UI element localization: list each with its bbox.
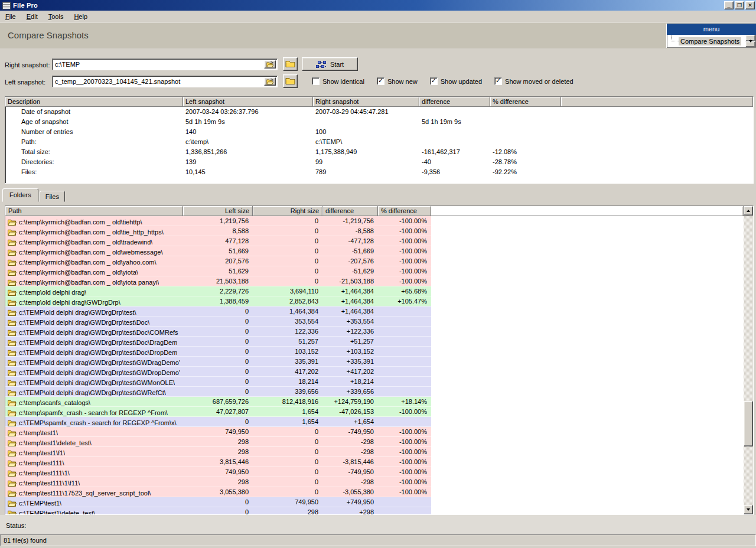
menubar-item[interactable]: File: [0, 11, 21, 22]
checkbox[interactable]: [312, 77, 320, 85]
row-left-size: 207,576: [183, 256, 253, 266]
minimize-button[interactable]: _: [724, 1, 734, 9]
close-button[interactable]: ✕: [745, 1, 755, 9]
col-pct-difference[interactable]: % difference: [378, 206, 431, 216]
open-folder-icon: [8, 480, 17, 487]
open-folder-arrow-icon: [266, 61, 274, 67]
summary-col-description[interactable]: Description: [5, 97, 183, 107]
menubar-item[interactable]: Help: [69, 11, 93, 22]
filter-option[interactable]: Show new: [377, 77, 418, 85]
col-right-size[interactable]: Right size: [253, 206, 322, 216]
table-row[interactable]: c:\TEMP\old delphi drag\GWDrgDrp\test\GW…: [5, 357, 744, 367]
folder-icon: [285, 60, 295, 68]
scroll-down-button[interactable]: [744, 505, 753, 514]
table-row[interactable]: c:\temp\scanfs_catalogs\ 687,659,726 812…: [5, 397, 744, 407]
spin-down-button[interactable]: [745, 41, 755, 48]
table-row[interactable]: c:\temp\kyrmich@badfan.com _ old\tradewi…: [5, 236, 744, 246]
table-row[interactable]: c:\TEMP\old delphi drag\GWDrgDrp\test\GW…: [5, 367, 744, 377]
checkbox[interactable]: [377, 77, 384, 85]
open-folder-arrow-icon: [266, 79, 274, 84]
table-row[interactable]: c:\TEMP\old delphi drag\GWDrgDrp\test\Do…: [5, 337, 744, 347]
row-path: c:\temp\kyrmich@badfan.com _ old\tiehttp…: [19, 218, 142, 226]
open-folder-icon: [8, 469, 17, 477]
table-row[interactable]: c:\TEMP\old delphi drag\GWDrgDrp\test\Do…: [5, 347, 744, 357]
row-right-size: 0: [253, 226, 322, 236]
table-row[interactable]: c:\temp\kyrmich@badfan.com _ old\tie_htt…: [5, 226, 744, 236]
table-row[interactable]: c:\temp\old delphi drag\GWDrgDrp\ 1,388,…: [5, 296, 744, 306]
table-row[interactable]: c:\temp\kyrmich@badfan.com _ old\yahoo.c…: [5, 256, 744, 266]
table-row[interactable]: c:\TEMP\old delphi drag\GWDrgDrp\test\Do…: [5, 327, 744, 337]
row-left-size: 2,229,726: [183, 286, 253, 296]
row-difference: -3,815,446: [322, 457, 378, 467]
left-snapshot-input[interactable]: c_temp__20070323_104145_421.snapshot: [52, 76, 278, 87]
row-path: c:\temp\test111\1\: [19, 469, 70, 477]
summary-col-pct-difference[interactable]: % difference: [490, 97, 561, 107]
tab-files[interactable]: Files: [40, 191, 65, 202]
table-row[interactable]: c:\temp\kyrmich@badfan.com _ old\tiehttp…: [5, 216, 744, 226]
table-row[interactable]: c:\TEMP\test1\delete_test\ 0 298 +298: [5, 507, 744, 514]
start-icon: [316, 61, 327, 68]
table-row[interactable]: c:\temp\test111\1\f11\ 298 0 -298 -100.0…: [5, 477, 744, 487]
right-snapshot-input[interactable]: c:\TEMP: [52, 58, 278, 70]
menu-panel-item-compare-snapshots[interactable]: Compare Snapshots: [667, 35, 745, 47]
table-row[interactable]: c:\TEMP\spamfx_crash - search for REGEXP…: [5, 417, 744, 427]
table-row[interactable]: c:\temp\kyrmich@badfan.com _ old\webmess…: [5, 246, 744, 256]
table-row[interactable]: c:\temp\test111\17523_sql_server_script_…: [5, 487, 744, 497]
right-browse-button[interactable]: [264, 60, 276, 68]
row-left-size: 47,027,807: [183, 407, 253, 417]
row-pct-difference: -100.00%: [378, 447, 431, 457]
table-row[interactable]: c:\TEMP\old delphi drag\GWDrgDrp\test\ 0…: [5, 306, 744, 317]
row-right-size: 0: [253, 487, 322, 497]
right-snapshot-label: Right snapshot:: [5, 61, 50, 68]
row-difference: -21,503,188: [322, 276, 378, 286]
table-row[interactable]: c:\temp\old delphi drag\ 2,229,726 3,694…: [5, 286, 744, 296]
summary-col-difference[interactable]: difference: [419, 97, 490, 107]
table-row[interactable]: c:\TEMP\old delphi drag\GWDrgDrp\test\GW…: [5, 387, 744, 397]
table-row[interactable]: c:\temp\test1\f1\ 298 0 -298 -100.00%: [5, 447, 744, 457]
table-row[interactable]: c:\temp\test111\1\ 749,950 0 -749,950 -1…: [5, 467, 744, 477]
col-difference[interactable]: difference: [322, 206, 378, 216]
summary-description: Age of snapshot: [5, 117, 183, 127]
table-row[interactable]: c:\TEMP\old delphi drag\GWDrgDrp\test\Do…: [5, 317, 744, 327]
col-left-size[interactable]: Left size: [183, 206, 253, 216]
menubar-item[interactable]: Tools: [43, 11, 69, 22]
filter-option[interactable]: Show identical: [312, 77, 364, 85]
checkbox[interactable]: [494, 77, 502, 85]
filter-option[interactable]: Show updated: [430, 77, 482, 85]
table-row[interactable]: c:\TEMP\test1\ 0 749,950 +749,950: [5, 497, 744, 507]
row-pct-difference: [378, 357, 431, 367]
filter-option[interactable]: Show moved or deleted: [494, 77, 573, 85]
tab-folders[interactable]: Folders: [2, 188, 38, 202]
row-left-size: 0: [183, 367, 253, 377]
row-right-size: 2,852,843: [253, 296, 322, 306]
summary-col-right-snapshot[interactable]: Right snapshot: [313, 97, 419, 107]
summary-left-value: c:\temp\: [183, 137, 313, 147]
menubar-item[interactable]: Edit: [21, 11, 43, 22]
row-left-size: 0: [183, 306, 253, 317]
col-path[interactable]: Path: [5, 206, 183, 216]
row-pct-difference: -100.00%: [378, 487, 431, 497]
scroll-up-button[interactable]: [744, 206, 753, 216]
table-row[interactable]: c:\temp\kyrmich@badfan.com _ old\yiota p…: [5, 276, 744, 286]
open-folder-icon: [8, 419, 17, 426]
checkbox[interactable]: [430, 77, 438, 85]
table-row[interactable]: c:\temp\test111\ 3,815,446 0 -3,815,446 …: [5, 457, 744, 467]
summary-col-left-snapshot[interactable]: Left snapshot: [183, 97, 313, 107]
table-row[interactable]: c:\temp\test1\delete_test\ 298 0 -298 -1…: [5, 437, 744, 447]
col-filler: [431, 206, 744, 216]
left-browse-button[interactable]: [264, 77, 276, 86]
restore-button[interactable]: ❐: [735, 1, 744, 9]
table-row[interactable]: c:\temp\spamfx_crash - search for REGEXP…: [5, 407, 744, 417]
row-path: c:\temp\scanfs_catalogs\: [19, 399, 90, 406]
menu-bar: File Edit Tools Help: [0, 11, 756, 22]
scrollbar-thumb[interactable]: [744, 401, 753, 446]
table-row[interactable]: c:\temp\kyrmich@badfan.com _ old\yiota\ …: [5, 266, 744, 276]
right-folder-button[interactable]: [283, 57, 298, 71]
open-folder-icon: [8, 439, 17, 446]
row-pct-difference: +65.68%: [378, 286, 431, 296]
left-folder-button[interactable]: [283, 74, 298, 88]
table-row[interactable]: c:\temp\test1\ 749,950 0 -749,950 -100.0…: [5, 427, 744, 437]
vertical-scrollbar[interactable]: [744, 206, 753, 514]
start-button[interactable]: Start: [302, 57, 358, 71]
table-row[interactable]: c:\TEMP\old delphi drag\GWDrgDrp\test\GW…: [5, 377, 744, 387]
